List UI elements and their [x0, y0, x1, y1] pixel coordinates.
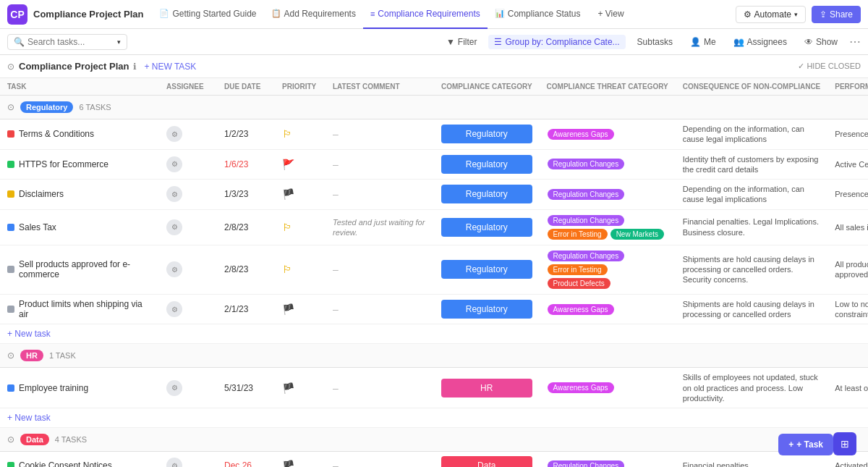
due-date-value: 1/3/23 — [224, 189, 248, 199]
priority-flag: 🏴 — [282, 460, 294, 467]
automate-button[interactable]: ⚙ Automate ▾ — [736, 6, 806, 23]
avatar[interactable]: ⚙ — [166, 261, 182, 277]
add-task-row[interactable]: + New task — [0, 324, 868, 344]
group-toggle-regulatory[interactable]: ⊙ — [7, 102, 14, 112]
group-header-hr: ⊙ HR 1 TASK — [0, 344, 868, 368]
priority-cell[interactable]: 🏴 — [275, 452, 326, 467]
perform-cell: All sales include sale... — [827, 209, 868, 245]
table-row: Sales Tax ⚙ 2/8/23 🏳 Tested and just wai… — [0, 209, 868, 245]
avatar-icon: ⚙ — [171, 266, 178, 274]
priority-flag: 🏴 — [282, 382, 294, 394]
due-date-cell[interactable]: Dec 26 — [217, 452, 275, 467]
priority-cell[interactable]: 🏴 — [275, 180, 326, 210]
perform-text: All product categori... the approved pro… — [835, 260, 868, 279]
task-name-cell[interactable]: Sales Tax — [0, 209, 159, 245]
group-header-regulatory: ⊙ Regulatory 6 TASKS — [0, 96, 868, 119]
group-badge-hr: HR — [20, 350, 43, 361]
threat-cell: Regulation Changes — [540, 452, 676, 467]
nav-tab-compliance-status[interactable]: 📊Compliance Status — [488, 0, 588, 29]
due-date-cell[interactable]: 5/31/23 — [217, 368, 275, 408]
priority-cell[interactable]: 🏳 — [275, 245, 326, 294]
assignees-button[interactable]: 👥 Assignees — [728, 35, 793, 49]
priority-cell[interactable]: 🏳 — [275, 119, 326, 150]
add-task-label[interactable]: + New task — [0, 324, 868, 344]
add-task-button[interactable]: + + Task — [778, 434, 833, 455]
avatar[interactable]: ⚙ — [166, 156, 182, 172]
perform-text: At least once a year — [835, 384, 868, 392]
new-task-button[interactable]: + NEW TASK — [144, 62, 196, 72]
comment-cell: Tested and just waiting for review. — [326, 209, 434, 245]
task-name-cell[interactable]: Terms & Conditions — [0, 119, 159, 150]
subtasks-button[interactable]: Subtasks — [631, 35, 678, 49]
nav-tab-add-requirements[interactable]: 📋Add Requirements — [264, 0, 363, 29]
group-toggle-data[interactable]: ⊙ — [7, 434, 14, 445]
priority-cell[interactable]: 🏴 — [275, 368, 326, 408]
info-icon[interactable]: ℹ — [133, 62, 137, 72]
tab-icon-compliance-requirements: ≡ — [370, 9, 375, 18]
table-row: HTTPS for Ecommerce ⚙ 1/6/23 🚩 – Regulat… — [0, 149, 868, 180]
nav-tab-getting-started[interactable]: 📄Getting Started Guide — [152, 0, 263, 29]
collapse-section-icon[interactable]: ⊙ — [7, 62, 14, 72]
due-date-cell[interactable]: 2/8/23 — [217, 245, 275, 294]
priority-cell[interactable]: 🏳 — [275, 209, 326, 245]
avatar[interactable]: ⚙ — [166, 186, 182, 202]
due-date-cell[interactable]: 2/1/23 — [217, 294, 275, 324]
assignee-cell: ⚙ — [159, 245, 217, 294]
search-input[interactable] — [27, 37, 114, 47]
due-date-cell[interactable]: 1/3/23 — [217, 180, 275, 210]
due-date-value: 2/1/23 — [224, 304, 248, 314]
tab-icon-add-requirements: 📋 — [271, 9, 281, 18]
consequence-cell: Shipments are hold causing delays in pro… — [676, 245, 828, 294]
task-name-cell[interactable]: Product limits when shipping via air — [0, 294, 159, 324]
nav-tab-compliance-requirements[interactable]: ≡Compliance Requirements — [363, 0, 488, 29]
show-button[interactable]: 👁 Show — [799, 35, 843, 49]
task-name-cell[interactable]: Employee training — [0, 368, 159, 408]
group-toggle-hr[interactable]: ⊙ — [7, 350, 14, 361]
add-task-label[interactable]: + New task — [0, 408, 868, 428]
due-date-value: Dec 26 — [224, 460, 252, 467]
avatar[interactable]: ⚙ — [166, 126, 182, 142]
avatar[interactable]: ⚙ — [166, 219, 182, 235]
task-name-cell[interactable]: Cookie Consent Notices — [0, 452, 159, 467]
priority-cell[interactable]: 🚩 — [275, 149, 326, 180]
share-button[interactable]: ⇪ Share — [812, 6, 861, 23]
avatar[interactable]: ⚙ — [166, 458, 182, 467]
due-date-cell[interactable]: 1/2/23 — [217, 119, 275, 150]
filter-button[interactable]: ▼ Filter — [441, 35, 483, 49]
col-header-threat: COMPLIANCE THREAT CATEGORY — [540, 78, 676, 96]
compliance-category-cell: HR — [434, 368, 540, 408]
avatar-icon: ⚙ — [171, 223, 178, 231]
nav-tab-view[interactable]: + View — [587, 0, 631, 29]
group-by-button[interactable]: ☰ Group by: Compliance Cate... — [488, 35, 625, 49]
task-name-cell[interactable]: HTTPS for Ecommerce — [0, 149, 159, 180]
me-button[interactable]: 👤 Me — [684, 35, 722, 49]
automate-icon: ⚙ — [744, 9, 752, 20]
priority-cell[interactable]: 🏴 — [275, 294, 326, 324]
group-task-count-regulatory: 6 TASKS — [79, 103, 111, 112]
compliance-category-cell: Regulatory — [434, 119, 540, 150]
add-task-row[interactable]: + New task — [0, 408, 868, 428]
task-name-cell[interactable]: Sell products approved for e-commerce — [0, 245, 159, 294]
consequence-cell: Depending on the information, can cause … — [676, 119, 828, 150]
comment-cell: – — [326, 149, 434, 180]
hide-closed-button[interactable]: ✓ HIDE CLOSED — [798, 62, 861, 71]
assignee-cell: ⚙ — [159, 149, 217, 180]
task-status-dot — [7, 462, 14, 467]
assignee-cell: ⚙ — [159, 180, 217, 210]
more-options-icon[interactable]: ⋯ — [849, 35, 861, 49]
compliance-category-badge: Regulatory — [441, 125, 532, 143]
priority-flag: 🏳 — [282, 222, 292, 233]
due-date-cell[interactable]: 2/8/23 — [217, 209, 275, 245]
due-date-value: 1/6/23 — [224, 159, 248, 169]
task-name-cell[interactable]: Disclaimers — [0, 180, 159, 210]
tab-icon-getting-started: 📄 — [159, 9, 169, 18]
avatar[interactable]: ⚙ — [166, 380, 182, 396]
compliance-category-cell: Regulatory — [434, 245, 540, 294]
priority-flag: 🚩 — [282, 159, 294, 170]
grid-view-button[interactable]: ⊞ — [833, 432, 856, 455]
search-box[interactable]: 🔍 ▾ — [7, 34, 127, 50]
due-date-cell[interactable]: 1/6/23 — [217, 149, 275, 180]
avatar-icon: ⚙ — [171, 130, 178, 138]
priority-flag: 🏴 — [282, 188, 294, 200]
avatar[interactable]: ⚙ — [166, 301, 182, 317]
